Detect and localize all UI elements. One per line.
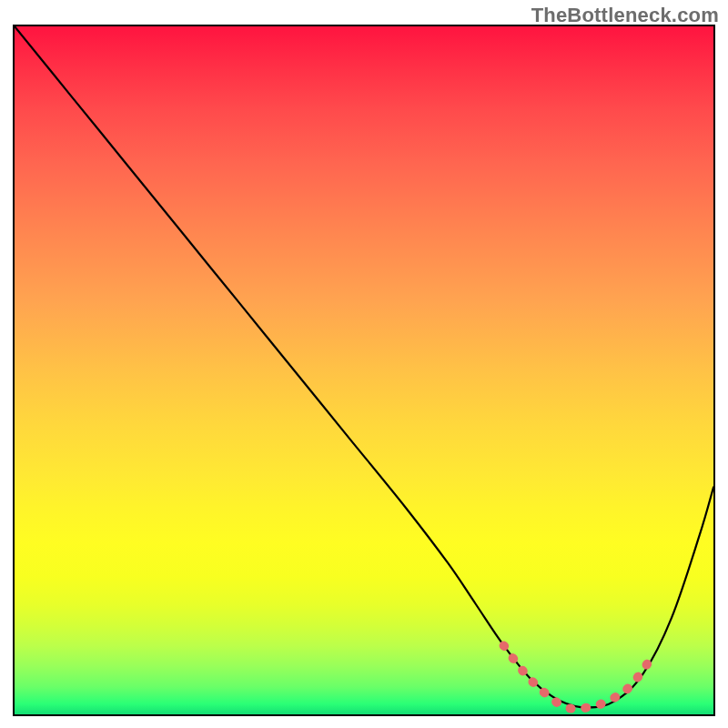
watermark-text: TheBottleneck.com xyxy=(531,4,719,27)
chart-svg xyxy=(15,26,713,714)
optimal-range-path xyxy=(504,645,651,709)
plot-area xyxy=(15,26,713,714)
bottleneck-curve-path xyxy=(15,26,713,707)
chart-container: TheBottleneck.com xyxy=(0,0,728,728)
plot-frame xyxy=(13,25,715,716)
